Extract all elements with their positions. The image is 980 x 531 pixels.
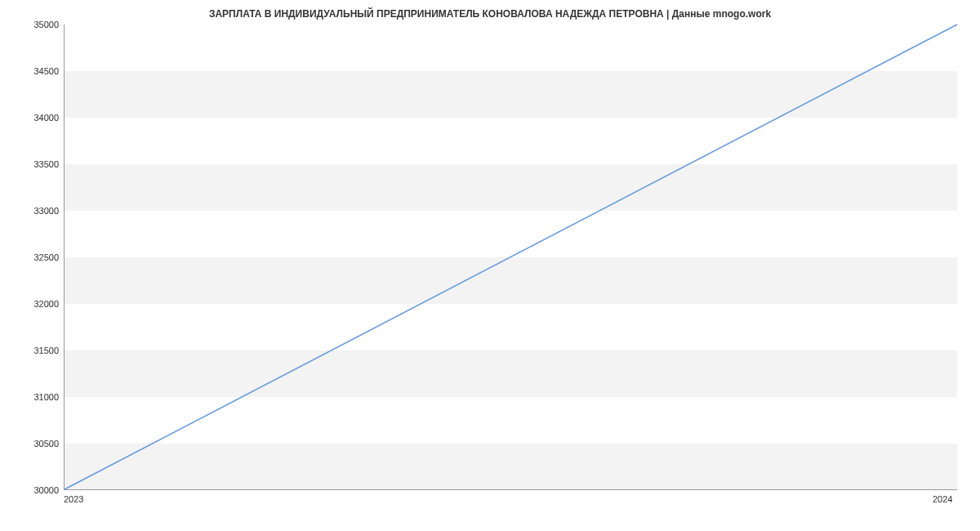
x-tick-label: 2024 [933,494,952,504]
y-tick-label: 34500 [33,66,59,76]
data-line [65,25,957,489]
y-tick-label: 33500 [33,159,59,169]
y-tick-label: 32500 [33,252,59,262]
x-tick-label: 2023 [64,494,83,504]
chart-title: ЗАРПЛАТА В ИНДИВИДУАЛЬНЫЙ ПРЕДПРИНИМАТЕЛ… [0,8,980,20]
y-tick-label: 32000 [33,299,59,309]
y-tick-label: 31000 [33,392,59,402]
y-tick-label: 34000 [33,113,59,123]
y-tick-label: 31500 [33,346,59,355]
plot-area [64,25,957,490]
y-tick-label: 35000 [33,20,59,29]
chart-line-svg [65,25,957,489]
y-tick-label: 33000 [33,206,59,216]
y-tick-label: 30500 [33,439,59,448]
y-tick-label: 30000 [33,485,59,495]
